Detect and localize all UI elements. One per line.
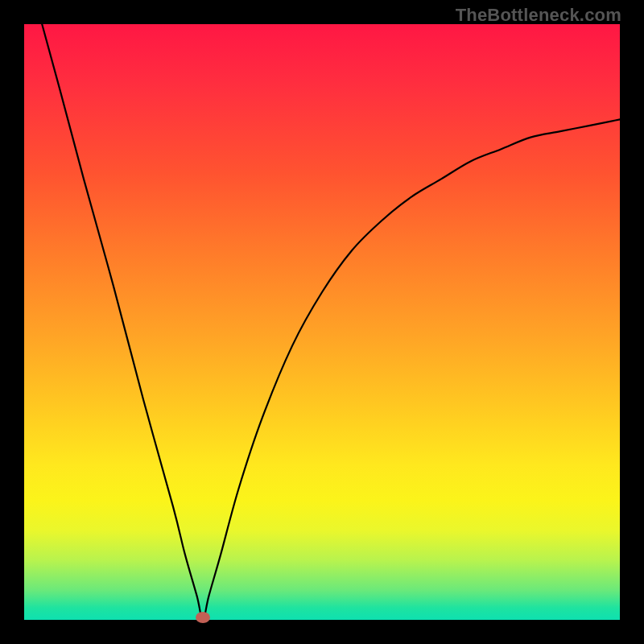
plot-area bbox=[24, 24, 620, 620]
watermark-text: TheBottleneck.com bbox=[456, 5, 621, 26]
bottleneck-curve bbox=[42, 24, 620, 620]
chart-frame: TheBottleneck.com bbox=[0, 0, 644, 644]
bottleneck-curve-svg bbox=[24, 24, 620, 620]
minimum-marker bbox=[196, 612, 210, 623]
